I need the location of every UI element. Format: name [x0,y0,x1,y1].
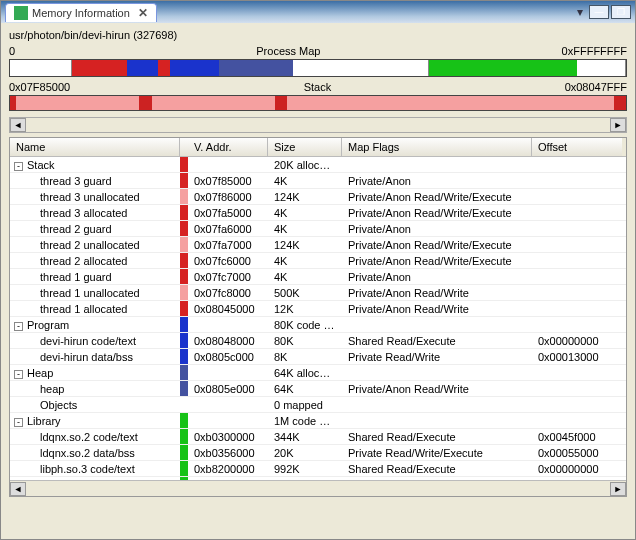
col-addr[interactable]: V. Addr. [188,138,268,156]
row-name-text: ldqnx.so.2 data/bss [40,447,135,459]
table-row[interactable]: thread 1 allocated0x0804500012KPrivate/A… [10,301,626,317]
cell-flags: Private Read/Write [342,351,532,363]
table-row[interactable]: thread 3 guard0x07f850004KPrivate/Anon [10,173,626,189]
row-color-swatch [180,333,188,348]
scroll-right-icon[interactable]: ► [610,482,626,496]
row-color-swatch [180,397,188,412]
table-scrollbar[interactable]: ◄ ► [10,480,626,496]
cell-addr: 0x08045000 [188,303,268,315]
scroll-left-icon[interactable]: ◄ [10,482,26,496]
collapse-icon[interactable]: - [14,418,23,427]
row-name-text: thread 3 unallocated [40,191,140,203]
tab-memory-info[interactable]: Memory Information ✕ [5,3,157,22]
cell-flags: Private/Anon Read/Write/Execute [342,207,532,219]
cell-flags: Shared Read/Execute [342,463,532,475]
table-row[interactable]: thread 3 allocated0x07fa50004KPrivate/An… [10,205,626,221]
row-name-text: devi-hirun code/text [40,335,136,347]
cell-size: 0 mapped [268,399,342,411]
cell-name: devi-hirun data/bss [10,351,180,363]
row-color-swatch [180,317,188,332]
table-row[interactable]: -Library1M code 56... [10,413,626,429]
cell-addr: 0x07fc7000 [188,271,268,283]
cell-addr: 0x07fc8000 [188,287,268,299]
row-name-text: heap [40,383,64,395]
cell-flags: Private/Anon [342,223,532,235]
row-name-text: devi-hirun data/bss [40,351,133,363]
row-name-text: thread 1 unallocated [40,287,140,299]
cell-name: ldqnx.so.2 code/text [10,431,180,443]
table-row[interactable]: thread 2 unallocated0x07fa7000124KPrivat… [10,237,626,253]
cell-name: devi-hirun code/text [10,335,180,347]
col-color[interactable] [180,138,188,156]
table-row[interactable]: libph.so.3 code/text0xb8200000992KShared… [10,461,626,477]
tab-title: Memory Information [32,7,130,19]
table-row[interactable]: thread 2 guard0x07fa60004KPrivate/Anon [10,221,626,237]
table-body: -Stack20K allocat...thread 3 guard0x07f8… [10,157,626,480]
cell-name: -Program [10,319,180,331]
cell-addr: 0xb8200000 [188,463,268,475]
collapse-icon[interactable]: - [14,370,23,379]
cell-addr: 0xb0356000 [188,447,268,459]
cell-size: 1M code 56... [268,415,342,427]
cell-addr: 0x0805e000 [188,383,268,395]
cell-name: libph.so.3 code/text [10,463,180,475]
maximize-button[interactable]: ❐ [611,5,631,19]
title-bar: Memory Information ✕ ▾ — ❐ [1,1,635,23]
table-row[interactable]: -Program80K code 8... [10,317,626,333]
table-row[interactable]: thread 1 unallocated0x07fc8000500KPrivat… [10,285,626,301]
col-flags[interactable]: Map Flags [342,138,532,156]
cell-size: 4K [268,175,342,187]
table-row[interactable]: ldqnx.so.2 data/bss0xb035600020KPrivate … [10,445,626,461]
cell-size: 64K [268,383,342,395]
stack-map-bar[interactable] [9,95,627,111]
map-start: 0 [9,45,15,57]
close-icon[interactable]: ✕ [138,6,148,20]
col-name[interactable]: Name [10,138,180,156]
process-map-header: 0 Process Map 0xFFFFFFFF [9,45,627,57]
cell-flags: Shared Read/Execute [342,335,532,347]
map-label: Process Map [256,45,320,57]
table-row[interactable]: thread 3 unallocated0x07f86000124KPrivat… [10,189,626,205]
table-row[interactable]: devi-hirun code/text0x0804800080KShared … [10,333,626,349]
cell-name: heap [10,383,180,395]
cell-flags: Private/Anon Read/Write [342,287,532,299]
cell-name: thread 2 guard [10,223,180,235]
cell-size: 64K allocated [268,367,342,379]
cell-flags: Private/Anon Read/Write/Execute [342,191,532,203]
row-name-text: thread 1 guard [40,271,112,283]
table-row[interactable]: -Stack20K allocat... [10,157,626,173]
cell-addr: 0xb0300000 [188,431,268,443]
scroll-right-icon[interactable]: ► [610,118,626,132]
cell-size: 80K [268,335,342,347]
row-color-swatch [180,253,188,268]
table-row[interactable]: heap0x0805e00064KPrivate/Anon Read/Write [10,381,626,397]
cell-flags: Private/Anon [342,271,532,283]
collapse-icon[interactable]: - [14,162,23,171]
cell-offset: 0x0045f000 [532,431,622,443]
row-color-swatch [180,157,188,172]
cell-offset: 0x00013000 [532,351,622,363]
table-header: Name V. Addr. Size Map Flags Offset [10,138,626,157]
table-row[interactable]: thread 1 guard0x07fc70004KPrivate/Anon [10,269,626,285]
col-offset[interactable]: Offset [532,138,622,156]
row-color-swatch [180,221,188,236]
process-map-bar[interactable] [9,59,627,77]
view-menu-icon[interactable]: ▾ [577,5,583,19]
table-row[interactable]: -Heap64K allocated [10,365,626,381]
table-row[interactable]: Objects0 mapped [10,397,626,413]
col-size[interactable]: Size [268,138,342,156]
table-row[interactable]: thread 2 allocated0x07fc60004KPrivate/An… [10,253,626,269]
process-path: usr/photon/bin/devi-hirun (327698) [9,29,627,41]
collapse-icon[interactable]: - [14,322,23,331]
cell-flags: Private/Anon Read/Write [342,383,532,395]
map-scrollbar[interactable]: ◄ ► [9,117,627,133]
table-row[interactable]: ldqnx.so.2 code/text0xb0300000344KShared… [10,429,626,445]
cell-name: -Library [10,415,180,427]
cell-size: 20K [268,447,342,459]
cell-addr: 0x0805c000 [188,351,268,363]
scroll-left-icon[interactable]: ◄ [10,118,26,132]
cell-offset: 0x00000000 [532,335,622,347]
cell-size: 124K [268,191,342,203]
table-row[interactable]: devi-hirun data/bss0x0805c0008KPrivate R… [10,349,626,365]
minimize-button[interactable]: — [589,5,609,19]
